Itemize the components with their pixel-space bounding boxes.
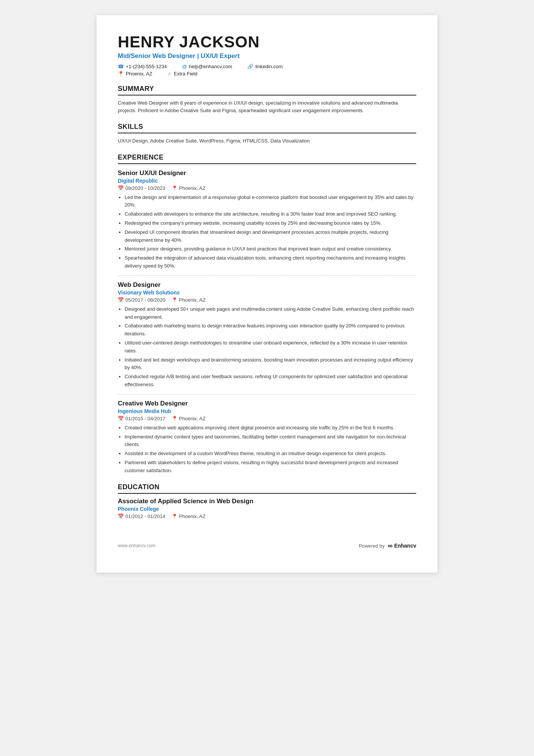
edu-school: Phoenix College: [118, 506, 416, 512]
job-2-meta: 📅 05/2017 - 08/2020 📍 Phoenix, AZ: [118, 297, 416, 303]
linkedin-value: linkedin.com: [255, 64, 283, 69]
job-3-meta: 📅 01/2015 - 04/2017 📍 Phoenix, AZ: [118, 416, 416, 421]
list-item: Redesigned the company's primary website…: [125, 219, 416, 227]
list-item: Initiated and led design workshops and b…: [125, 356, 416, 372]
phone-contact: ☎ +1-(234)-555-1234: [118, 64, 167, 69]
summary-section: SUMMARY Creative Web Designer with 8 yea…: [118, 85, 416, 114]
job-1-company: Digital Republic: [118, 178, 416, 184]
extra-field-contact: ☆ Extra Field: [167, 71, 197, 77]
list-item: Implemented dynamic content types and ta…: [125, 433, 416, 449]
linkedin-contact: 🔗 linkedin.com: [247, 64, 283, 69]
calendar-icon: 📅: [118, 185, 124, 191]
job-1-bullets: Led the design and implementation of a r…: [118, 194, 416, 270]
extra-field-value: Extra Field: [174, 71, 197, 77]
edu-degree: Associate of Applied Science in Web Desi…: [118, 498, 416, 505]
list-item: Led the design and implementation of a r…: [125, 194, 416, 210]
list-item: Conducted regular A/B testing and user f…: [125, 373, 416, 389]
education-title: EDUCATION: [118, 483, 416, 494]
candidate-title: Mid/Senior Web Designer | UX/UI Expert: [118, 52, 416, 60]
edu-dates: 📅 01/2012 - 01/2014: [118, 513, 166, 519]
skills-text: UX/UI Design, Adobe Creative Suite, Word…: [118, 137, 416, 145]
location-icon: 📍: [118, 71, 124, 77]
job-1: Senior UX/UI Designer Digital Republic 📅…: [118, 169, 416, 270]
job-2-bullets: Designed and developed 50+ unique web pa…: [118, 305, 416, 389]
job-1-meta: 📅 09/2020 - 10/2023 📍 Phoenix, AZ: [118, 185, 416, 191]
edu-location: 📍 Phoenix, AZ: [172, 513, 206, 519]
enhancv-logo-icon: ∞: [388, 542, 393, 550]
edu-item-1: Associate of Applied Science in Web Desi…: [118, 498, 416, 519]
job-1-location: 📍 Phoenix, AZ: [172, 185, 206, 191]
job-3-company: Ingenious Media Hub: [118, 408, 416, 414]
enhancv-brand-name: Enhancv: [394, 543, 416, 549]
pin-icon: 📍: [172, 513, 178, 519]
list-item: Designed and developed 50+ unique web pa…: [125, 305, 416, 321]
summary-title: SUMMARY: [118, 85, 416, 95]
linkedin-icon: 🔗: [247, 64, 253, 69]
star-icon: ☆: [167, 71, 172, 77]
email-icon: @: [182, 64, 187, 69]
job-3-title: Creative Web Designer: [118, 400, 416, 407]
calendar-icon: 📅: [118, 513, 124, 519]
education-section: EDUCATION Associate of Applied Science i…: [118, 483, 416, 519]
job-divider: [118, 394, 416, 394]
list-item: Developed UI component libraries that st…: [125, 229, 416, 244]
summary-text: Creative Web Designer with 8 years of ex…: [118, 99, 416, 114]
job-2-title: Web Designer: [118, 281, 416, 289]
phone-icon: ☎: [118, 64, 124, 69]
resume-page: HENRY JACKSON Mid/Senior Web Designer | …: [97, 15, 437, 573]
list-item: Spearheaded the integration of advanced …: [125, 254, 416, 270]
list-item: Collaborated with developers to enhance …: [125, 210, 416, 218]
location-contact: 📍 Phoenix, AZ: [118, 71, 152, 77]
job-1-dates: 📅 09/2020 - 10/2023: [118, 185, 166, 191]
list-item: Collaborated with marketing teams to des…: [125, 322, 416, 338]
pin-icon: 📍: [172, 416, 178, 421]
calendar-icon: 📅: [118, 416, 124, 421]
powered-by: Powered by ∞ Enhancv: [359, 542, 416, 550]
phone-value: +1-(234)-555-1234: [126, 64, 167, 69]
job-1-title: Senior UX/UI Designer: [118, 169, 416, 177]
job-divider: [118, 275, 416, 276]
contact-row-1: ☎ +1-(234)-555-1234 @ help@enhancv.com 🔗…: [118, 64, 416, 69]
experience-section: EXPERIENCE Senior UX/UI Designer Digital…: [118, 153, 416, 475]
job-3-bullets: Created interactive web applications imp…: [118, 424, 416, 475]
job-2: Web Designer Visionary Web Solutions 📅 0…: [118, 281, 416, 389]
list-item: Created interactive web applications imp…: [125, 424, 416, 432]
list-item: Mentored junior designers, providing gui…: [125, 245, 416, 253]
job-2-company: Visionary Web Solutions: [118, 290, 416, 296]
candidate-name: HENRY JACKSON: [118, 33, 416, 51]
skills-title: SKILLS: [118, 123, 416, 133]
powered-by-label: Powered by: [359, 543, 385, 549]
job-3-location: 📍 Phoenix, AZ: [172, 416, 206, 421]
email-contact: @ help@enhancv.com: [182, 64, 232, 69]
enhancv-brand: ∞ Enhancv: [388, 542, 416, 550]
job-3-dates: 📅 01/2015 - 04/2017: [118, 416, 166, 421]
edu-meta: 📅 01/2012 - 01/2014 📍 Phoenix, AZ: [118, 513, 416, 519]
footer-website: www.enhancv.com: [118, 543, 155, 548]
experience-title: EXPERIENCE: [118, 153, 416, 164]
job-2-location: 📍 Phoenix, AZ: [172, 297, 206, 303]
pin-icon: 📍: [172, 297, 178, 303]
list-item: Partnered with stakeholders to define pr…: [125, 459, 416, 475]
list-item: Utilized user-centered design methodolog…: [125, 339, 416, 355]
header: HENRY JACKSON Mid/Senior Web Designer | …: [118, 33, 416, 77]
pin-icon: 📍: [172, 185, 178, 191]
job-3: Creative Web Designer Ingenious Media Hu…: [118, 400, 416, 475]
email-value: help@enhancv.com: [189, 64, 232, 69]
skills-section: SKILLS UX/UI Design, Adobe Creative Suit…: [118, 123, 416, 145]
calendar-icon: 📅: [118, 297, 124, 303]
location-value: Phoenix, AZ: [126, 71, 152, 77]
page-footer: www.enhancv.com Powered by ∞ Enhancv: [118, 542, 416, 550]
list-item: Assisted in the development of a custom …: [125, 450, 416, 458]
contact-row-2: 📍 Phoenix, AZ ☆ Extra Field: [118, 71, 416, 77]
job-2-dates: 📅 05/2017 - 08/2020: [118, 297, 166, 303]
